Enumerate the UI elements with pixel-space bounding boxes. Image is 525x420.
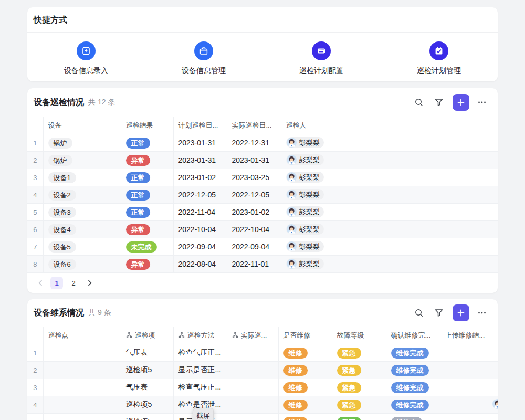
result-cell[interactable]: 正常 xyxy=(121,204,173,221)
column-header[interactable]: 实际巡... xyxy=(227,327,278,344)
actual-date-cell[interactable]: 2022-10-04 xyxy=(227,221,281,238)
column-header[interactable]: 设备 xyxy=(43,117,121,134)
column-header[interactable]: 故障等级 xyxy=(332,327,386,344)
point-cell[interactable] xyxy=(43,396,121,414)
result-cell[interactable]: 异常 xyxy=(121,152,173,169)
column-header[interactable]: 巡检人 xyxy=(281,117,332,134)
empty-cell[interactable] xyxy=(332,134,498,152)
confirm-cell[interactable]: 维修完成 xyxy=(386,379,440,396)
confirm-cell[interactable]: 维修完成 xyxy=(386,396,440,414)
shortcut-item-1[interactable]: 设备信息录入 xyxy=(27,41,145,76)
result-cell[interactable]: 未完成 xyxy=(121,238,173,256)
person-cell[interactable]: 彭梨梨 xyxy=(281,169,332,186)
method-cell[interactable]: 检查气压正... xyxy=(173,344,227,362)
empty-cell[interactable] xyxy=(332,204,498,221)
point-cell[interactable] xyxy=(43,344,121,362)
level-cell[interactable]: 紧急 xyxy=(332,379,386,396)
person-cell[interactable]: 彭梨梨 xyxy=(281,134,332,152)
plan-date-cell[interactable]: 2022-12-05 xyxy=(173,186,227,204)
plan-date-cell[interactable]: 2023-01-31 xyxy=(173,134,227,152)
person-cell[interactable]: 彭梨梨 xyxy=(281,221,332,238)
device-cell[interactable]: 设备1 xyxy=(43,169,121,186)
column-header[interactable]: 维 xyxy=(490,327,498,344)
method-cell[interactable]: 检查气压正... xyxy=(173,379,227,396)
result-cell[interactable]: 正常 xyxy=(121,169,173,186)
upload-cell[interactable] xyxy=(440,344,490,362)
plan-date-cell[interactable]: 2023-01-02 xyxy=(173,169,227,186)
person-cell[interactable]: 彭梨梨 xyxy=(281,186,332,204)
device-cell[interactable]: 设备6 xyxy=(43,256,121,273)
column-header[interactable]: 确认维修完... xyxy=(386,327,440,344)
level-cell[interactable]: 紧急 xyxy=(332,362,386,379)
result-cell[interactable]: 正常 xyxy=(121,134,173,152)
person-cell[interactable]: 彭梨梨 xyxy=(281,204,332,221)
page-1-button[interactable]: 1 xyxy=(50,277,63,289)
shortcut-item-4[interactable]: 巡检计划管理 xyxy=(380,41,498,76)
repair-cell[interactable]: 维修 xyxy=(278,362,332,379)
plan-date-cell[interactable]: 2022-11-04 xyxy=(173,204,227,221)
actual-date-cell[interactable]: 2023-01-31 xyxy=(227,152,281,169)
actual-date-cell[interactable]: 2022-11-01 xyxy=(227,256,281,273)
empty-cell[interactable] xyxy=(332,256,498,273)
actual-date-cell[interactable]: 2023-01-02 xyxy=(227,204,281,221)
shortcut-item-2[interactable]: 设备信息管理 xyxy=(145,41,262,76)
device-cell[interactable]: 锅炉 xyxy=(43,134,121,152)
result-cell[interactable]: 正常 xyxy=(121,186,173,204)
person-cell[interactable] xyxy=(490,362,498,379)
actual-date-cell[interactable]: 2023-03-25 xyxy=(227,169,281,186)
person-cell[interactable] xyxy=(490,396,498,414)
person-cell[interactable]: 彭梨梨 xyxy=(281,152,332,169)
empty-cell[interactable] xyxy=(332,186,498,204)
column-header[interactable]: 巡检项 xyxy=(121,327,173,344)
level-cell[interactable]: 紧急 xyxy=(332,344,386,362)
person-cell[interactable]: 彭梨梨 xyxy=(281,256,332,273)
point-cell[interactable] xyxy=(43,362,121,379)
repair-cell[interactable]: 维修 xyxy=(278,344,332,362)
empty-cell[interactable] xyxy=(332,169,498,186)
column-header[interactable]: 上传维修结... xyxy=(440,327,490,344)
device-cell[interactable]: 设备5 xyxy=(43,238,121,256)
person-cell[interactable] xyxy=(490,379,498,396)
filter-icon[interactable] xyxy=(432,306,446,320)
person-cell[interactable]: 彭梨梨 xyxy=(281,238,332,256)
device-cell[interactable]: 设备4 xyxy=(43,221,121,238)
prev-page-button[interactable] xyxy=(35,277,46,289)
device-cell[interactable]: 锅炉 xyxy=(43,152,121,169)
column-header[interactable]: 巡检结果 xyxy=(121,117,173,134)
more-icon[interactable] xyxy=(475,95,489,110)
column-header[interactable]: 是否维修 xyxy=(278,327,332,344)
shortcut-item-3[interactable]: 巡检计划配置 xyxy=(262,41,380,76)
column-header[interactable]: 实际巡检日... xyxy=(227,117,281,134)
more-icon[interactable] xyxy=(475,306,489,320)
actual-cell[interactable] xyxy=(227,362,278,379)
add-record-button[interactable] xyxy=(453,94,469,111)
method-cell[interactable]: 显示是否正... xyxy=(173,362,227,379)
empty-cell[interactable] xyxy=(332,152,498,169)
actual-date-cell[interactable]: 2022-09-04 xyxy=(227,238,281,256)
result-cell[interactable]: 异常 xyxy=(121,256,173,273)
next-page-button[interactable] xyxy=(84,277,96,289)
actual-cell[interactable] xyxy=(227,396,278,414)
item-cell[interactable]: 巡检项5 xyxy=(121,414,173,420)
confirm-cell[interactable]: 维修完成 xyxy=(386,344,440,362)
result-cell[interactable]: 异常 xyxy=(121,221,173,238)
upload-cell[interactable] xyxy=(440,396,490,414)
add-record-button[interactable] xyxy=(453,304,469,321)
plan-date-cell[interactable]: 2022-10-04 xyxy=(173,221,227,238)
person-cell[interactable] xyxy=(490,344,498,362)
item-cell[interactable]: 巡检项5 xyxy=(121,362,173,379)
item-cell[interactable]: 气压表 xyxy=(121,379,173,396)
page-2-button[interactable]: 2 xyxy=(67,277,80,289)
actual-date-cell[interactable]: 2022-12-31 xyxy=(227,134,281,152)
device-cell[interactable]: 设备2 xyxy=(43,186,121,204)
repair-cell[interactable]: 维修 xyxy=(278,414,332,420)
item-cell[interactable]: 巡检项5 xyxy=(121,396,173,414)
actual-cell[interactable] xyxy=(227,344,278,362)
actual-date-cell[interactable]: 2022-12-05 xyxy=(227,186,281,204)
actual-cell[interactable] xyxy=(227,379,278,396)
empty-cell[interactable] xyxy=(332,238,498,256)
plan-date-cell[interactable]: 2022-08-04 xyxy=(173,256,227,273)
level-cell[interactable]: 紧急 xyxy=(332,396,386,414)
person-cell[interactable] xyxy=(490,414,498,420)
repair-cell[interactable]: 维修 xyxy=(278,379,332,396)
